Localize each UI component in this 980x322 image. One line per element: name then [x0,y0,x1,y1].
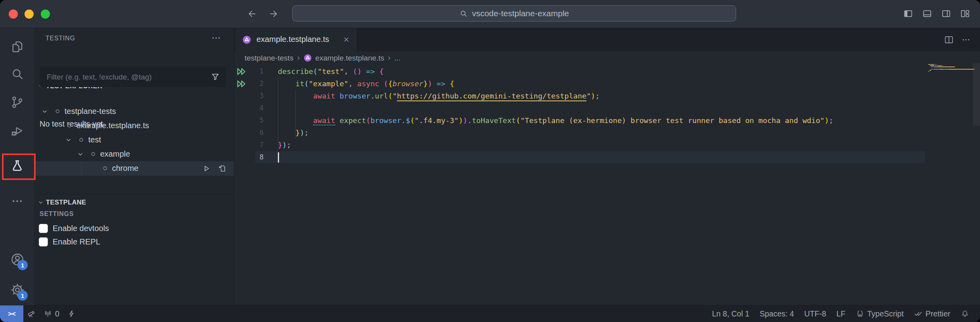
tree-item-test[interactable]: test [35,133,234,147]
code-text: it("example", async ({browser}) => { [278,78,454,90]
code-line-4[interactable]: 4 [234,102,980,114]
settings-label: SETTINGS [40,210,74,218]
remote-indicator[interactable]: >< [0,305,23,322]
tree-item-testplane-tests[interactable]: testplane-tests [35,104,234,119]
editor-tab-bar: example.testplane.ts [234,28,980,51]
activity-item-run-and-debug-icon[interactable] [0,119,34,142]
status-item-power[interactable] [67,309,76,318]
double-check-icon [914,309,923,318]
toggle-panel-icon[interactable] [922,8,933,19]
status-item-feedback-telescope[interactable] [27,309,36,318]
code-line-1[interactable]: 1describe("test", () => { [234,65,980,78]
run-test-icon[interactable] [202,164,211,173]
activity-item-explorer-icon[interactable] [0,35,34,59]
braces-icon [856,309,864,318]
customize-layout-icon[interactable] [960,8,971,19]
status-bar: >< 0 Ln 8, Col 1Spaces: 4UTF-8LFTypeScri… [0,305,980,322]
editor-scrollbar[interactable] [973,63,980,126]
command-center[interactable]: vscode-testplane-example [292,5,736,22]
status-item-eol[interactable]: LF [836,309,845,318]
activity-item-additional-views-icon[interactable] [0,189,34,213]
tree-item-label: testplane-tests [65,107,116,116]
chevron-down-icon [37,199,44,206]
status-item-notifications[interactable] [961,309,969,318]
line-number: 3 [234,90,264,102]
status-item-indentation[interactable]: Spaces: 4 [760,309,794,318]
vscode-window: vscode-testplane-example 11 TESTING TEST… [0,0,980,322]
split-editor-icon[interactable] [944,34,954,45]
breadcrumb-item[interactable]: example.testplane.ts [315,54,384,63]
code-text: describe("test", () => { [278,65,384,78]
tab-title: example.testplane.ts [256,35,329,44]
sidebar-title: TESTING [46,35,75,42]
tree-item-label: example [100,150,130,159]
badge: 1 [17,260,28,270]
checkbox-enable-repl[interactable] [39,237,48,246]
line-number: 1 [234,65,264,78]
navigate-back-icon[interactable] [247,9,257,19]
toggle-secondary-sidebar-icon[interactable] [941,8,952,19]
testplane-logo-icon [242,35,251,44]
tab-example-testplane-ts[interactable]: example.testplane.ts [236,28,357,51]
chevron-down-icon[interactable] [41,108,49,116]
activity-item-accounts-icon[interactable]: 1 [0,248,34,271]
tree-item-label: test [88,135,101,144]
status-item-label: Prettier [925,309,950,318]
window-minimize-button[interactable] [25,9,34,19]
line-number: 6 [234,127,264,139]
breadcrumb-item[interactable]: ... [394,54,401,63]
activity-item-source-control-icon[interactable] [0,90,34,114]
window-close-button[interactable] [9,9,18,19]
chevron-down-icon[interactable] [53,122,61,130]
activity-item-settings-icon[interactable]: 1 [0,278,34,302]
code-line-7[interactable]: 7}); [234,139,980,151]
code-line-5[interactable]: 5 await expect(browser.$(".f4.my-3")).to… [234,114,980,127]
code-line-6[interactable]: 6 }); [234,127,980,139]
navigate-forward-icon[interactable] [268,9,279,19]
status-item-label: 0 [55,309,59,318]
views-more-actions-icon[interactable] [210,32,222,44]
breadcrumb-separator: › [388,53,391,62]
filter-icon[interactable] [211,72,220,81]
test-filter [40,66,226,87]
chevron-down-icon[interactable] [76,150,84,158]
status-item-label: TypeScript [867,309,904,318]
status-item-encoding[interactable]: UTF-8 [804,309,826,318]
sidebar-testing: TESTING TEST EXPLORER No test results ye… [35,28,234,305]
breadcrumb-item[interactable]: testplane-tests [245,54,294,63]
line-number: 2 [234,78,264,90]
toggle-primary-sidebar-icon[interactable] [903,8,914,19]
code-line-8[interactable]: 8 [234,151,980,163]
status-item-formatter[interactable]: Prettier [914,309,950,318]
status-item-label: LF [836,309,845,318]
tree-item-chrome[interactable]: chrome [35,161,234,176]
tree-item-example[interactable]: example [35,147,234,161]
checkbox-enable-devtools[interactable] [39,224,48,233]
chevron-down-icon[interactable] [65,136,72,144]
code-line-3[interactable]: 3 await browser.url("https://github.com/… [234,90,980,102]
minimap[interactable] [928,64,976,73]
setting-row: Enable devtools [35,223,234,235]
indent-guide [81,161,82,176]
close-icon[interactable] [342,36,350,44]
section-testplane-label: TESTPLANE [46,199,86,206]
status-item-ports[interactable]: 0 [44,309,59,318]
tree-item-example-testplane-ts[interactable]: example.testplane.ts [35,119,234,133]
section-testplane[interactable]: TESTPLANE [35,196,234,209]
section-divider [35,194,234,194]
status-item-cursor-position[interactable]: Ln 8, Col 1 [712,309,749,318]
search-icon [459,9,468,18]
editor-more-actions-icon[interactable] [961,34,971,45]
go-to-test-icon[interactable] [218,164,226,173]
window-zoom-button[interactable] [41,9,50,19]
breadcrumb: testplane-tests›example.testplane.ts›... [234,51,980,64]
test-filter-input[interactable] [46,66,206,88]
code-line-2[interactable]: 2 it("example", async ({browser}) => { [234,78,980,90]
code-text: }); [278,127,309,139]
activity-item-search-icon[interactable] [0,62,34,85]
sidebar-pane-title: TESTING [35,28,234,51]
test-item-icon [66,123,72,129]
status-item-language-mode[interactable]: TypeScript [856,309,904,318]
breadcrumb-separator: › [297,53,300,62]
minimap-line [928,72,976,73]
